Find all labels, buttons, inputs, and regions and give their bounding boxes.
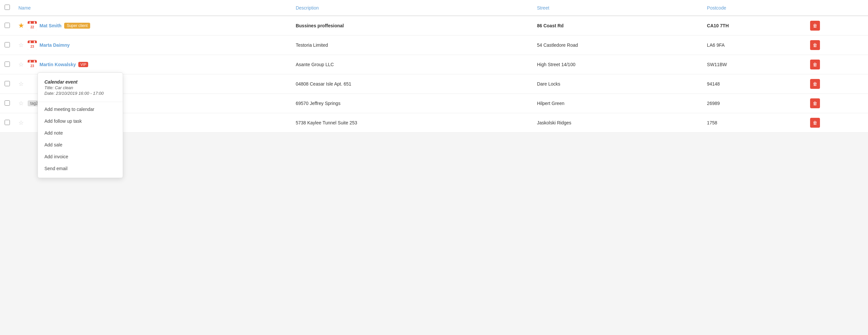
description-cell: Bussines proffesional — [292, 16, 533, 35]
popup-action-1[interactable]: Add follow up task — [38, 115, 123, 127]
row-checkbox-cell — [0, 74, 14, 94]
delete-button[interactable]: 🗑 — [810, 40, 820, 50]
street-cell: 54 Castledore Road — [533, 35, 703, 55]
row-checkbox[interactable] — [5, 42, 10, 48]
row-checkbox[interactable] — [5, 120, 10, 125]
description-column-header: Description — [292, 0, 533, 16]
description-cell: 69570 Jeffrey Springs — [292, 94, 533, 113]
postcode-cell: 26989 — [703, 94, 806, 113]
calendar-icon[interactable]: 22 — [28, 21, 37, 30]
popup-title-label: Title: — [44, 85, 54, 90]
delete-button[interactable]: 🗑 — [810, 98, 820, 108]
delete-cell: 🗑 — [806, 16, 868, 35]
postcode-cell: 94148 — [703, 74, 806, 94]
contact-name[interactable]: Marta Daimny — [39, 42, 70, 48]
row-checkbox[interactable] — [5, 62, 10, 67]
star-icon[interactable]: ☆ — [19, 41, 24, 49]
postcode-cell: 1758 — [703, 113, 806, 132]
delete-cell: 🗑 — [806, 35, 868, 55]
popup-event-date: Date: 23/10/2019 16:00 - 17:00 — [44, 91, 116, 96]
popup-action-0[interactable]: Add meeting to calendar — [38, 103, 123, 115]
row-checkbox[interactable] — [5, 23, 10, 28]
street-cell: High Street 14/100 — [533, 55, 703, 74]
delete-cell: 🗑 — [806, 74, 868, 94]
street-cell: Jaskolski Ridges — [533, 113, 703, 132]
contact-badge: VIP — [78, 62, 88, 67]
popup-date-value: 23/10/2019 16:00 - 17:00 — [56, 91, 104, 96]
row-checkbox-cell — [0, 55, 14, 74]
popup-action-2[interactable]: Add note — [38, 127, 123, 132]
postcode-cell: LA6 9FA — [703, 35, 806, 55]
calendar-popup: Calendar event Title: Car clean Date: 23… — [37, 72, 123, 132]
contact-name[interactable]: Martin Kowalsky — [39, 62, 76, 67]
row-checkbox-cell — [0, 16, 14, 35]
delete-button[interactable]: 🗑 — [810, 60, 820, 69]
postcode-cell: CA10 7TH — [703, 16, 806, 35]
star-icon[interactable]: ★ — [19, 22, 24, 29]
delete-cell: 🗑 — [806, 55, 868, 74]
popup-event-title: Title: Car clean — [44, 85, 116, 90]
contact-badge: Super client — [64, 23, 90, 29]
star-icon[interactable]: ☆ — [19, 80, 24, 88]
name-cell: ★ 22 Mat SmithSuper client — [14, 16, 292, 35]
name-cell: ☆ 23 Martin KowalskyVIP — [14, 55, 292, 74]
calendar-icon[interactable]: 23 — [28, 60, 37, 69]
description-cell: 5738 Kaylee Tunnel Suite 253 — [292, 113, 533, 132]
description-cell: Asante Group LLC — [292, 55, 533, 74]
star-icon[interactable]: ☆ — [19, 61, 24, 68]
select-all-header — [0, 0, 14, 16]
select-all-checkbox[interactable] — [5, 5, 10, 10]
name-cell: ☆ 23 Marta Daimny — [14, 35, 292, 55]
popup-title: Calendar event — [44, 79, 116, 85]
row-checkbox-cell — [0, 113, 14, 132]
popup-title-value: Car clean — [55, 85, 73, 90]
star-icon[interactable]: ☆ — [19, 100, 24, 107]
delete-cell: 🗑 — [806, 113, 868, 132]
row-checkbox-cell — [0, 35, 14, 55]
row-checkbox[interactable] — [5, 100, 10, 105]
calendar-icon[interactable]: 23 — [28, 40, 37, 50]
delete-button[interactable]: 🗑 — [810, 79, 820, 89]
row-checkbox[interactable] — [5, 81, 10, 86]
description-cell: Testoria Limited — [292, 35, 533, 55]
description-cell: 04808 Ceasar Isle Apt. 651 — [292, 74, 533, 94]
name-column-header: Name — [14, 0, 292, 16]
delete-button[interactable]: 🗑 — [810, 118, 820, 128]
street-column-header: Street — [533, 0, 703, 16]
postcode-cell: SW11BW — [703, 55, 806, 74]
street-cell: Dare Locks — [533, 74, 703, 94]
row-checkbox-cell — [0, 94, 14, 113]
popup-date-label: Date: — [44, 91, 55, 96]
actions-column-header — [806, 0, 868, 16]
street-cell: Hilpert Green — [533, 94, 703, 113]
contact-name[interactable]: Mat Smith — [39, 23, 62, 28]
delete-button[interactable]: 🗑 — [810, 21, 820, 31]
star-icon[interactable]: ☆ — [19, 119, 24, 126]
street-cell: 86 Coast Rd — [533, 16, 703, 35]
delete-cell: 🗑 — [806, 94, 868, 113]
postcode-column-header: Postcode — [703, 0, 806, 16]
